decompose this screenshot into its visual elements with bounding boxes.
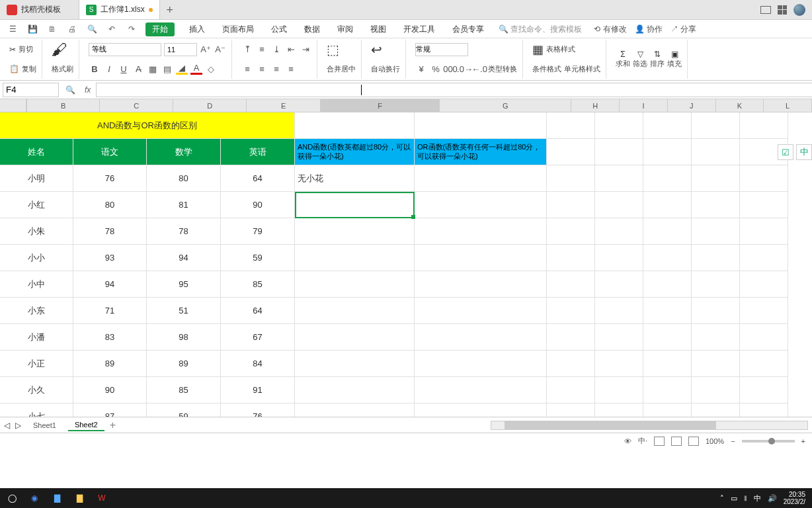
percent-icon[interactable]: %	[430, 63, 442, 75]
cell-and[interactable]	[295, 324, 415, 351]
cell-english[interactable]: 76	[221, 403, 295, 417]
cell[interactable]	[692, 351, 740, 377]
cell[interactable]	[740, 377, 788, 403]
cell[interactable]	[643, 271, 692, 298]
share-button[interactable]: ↗ 分享	[670, 24, 696, 35]
cell[interactable]	[547, 245, 595, 271]
cell-or[interactable]	[415, 245, 547, 271]
cell[interactable]	[295, 112, 415, 139]
cell-or[interactable]	[415, 218, 547, 245]
cell-name[interactable]: 小久	[0, 377, 73, 403]
cell-math[interactable]: 94	[147, 245, 221, 271]
cell-name[interactable]: 小朱	[0, 218, 73, 245]
formula-input[interactable]	[96, 83, 812, 97]
cellstyle-label[interactable]: 单元格样式	[564, 64, 600, 74]
painter-icon[interactable]: 🖌	[52, 40, 67, 59]
cell[interactable]	[643, 403, 692, 417]
view-break-icon[interactable]	[688, 437, 699, 446]
border-button[interactable]: ▦	[147, 63, 159, 75]
align-top-icon[interactable]: ⤒	[241, 44, 253, 56]
cell[interactable]	[595, 377, 643, 403]
cell[interactable]	[595, 165, 643, 192]
menu-view[interactable]: 视图	[368, 22, 389, 36]
view-normal-icon[interactable]	[654, 437, 665, 446]
cell-name[interactable]: 小正	[0, 351, 73, 377]
cell-name[interactable]: 小七	[0, 403, 73, 417]
hdr-or[interactable]: OR函数(语数英有任何一科超过80分，可以获得一朵小花)	[415, 139, 547, 165]
undo-icon[interactable]: ↶	[106, 23, 118, 35]
cell[interactable]	[692, 165, 740, 192]
cell-or[interactable]	[415, 271, 547, 298]
sum-icon[interactable]: Σ	[620, 50, 625, 59]
horizontal-scrollbar[interactable]	[491, 421, 808, 430]
cell[interactable]	[692, 139, 740, 165]
col-H[interactable]: H	[571, 99, 620, 112]
sort-icon[interactable]: ⇅	[654, 50, 661, 59]
menu-insert[interactable]: 插入	[186, 22, 208, 36]
search-fx-icon[interactable]: 🔍	[61, 85, 79, 95]
cell[interactable]	[547, 271, 595, 298]
menu-layout[interactable]: 页面布局	[220, 22, 257, 36]
cell[interactable]	[415, 112, 547, 139]
cell-and[interactable]	[295, 351, 415, 377]
chrome-icon[interactable]: ◉	[25, 490, 44, 506]
cell[interactable]	[692, 271, 740, 298]
cell[interactable]	[643, 298, 692, 324]
cell[interactable]	[547, 165, 595, 192]
cell[interactable]	[595, 139, 643, 165]
currency-icon[interactable]: ¥	[415, 63, 427, 75]
col-K[interactable]: K	[716, 99, 764, 112]
bold-button[interactable]: B	[89, 63, 101, 75]
zoom-in-button[interactable]: +	[801, 437, 805, 445]
save-as-icon[interactable]: 🗎	[46, 23, 58, 35]
strike-button[interactable]: A̶	[132, 63, 144, 75]
cell-math[interactable]: 98	[147, 324, 221, 351]
hdr-math[interactable]: 数学	[147, 139, 221, 165]
cell-and[interactable]	[295, 271, 415, 298]
cell[interactable]	[643, 324, 692, 351]
cell[interactable]	[740, 298, 788, 324]
account-globe-icon[interactable]	[793, 4, 805, 16]
merge-icon[interactable]: ⬚	[327, 42, 339, 58]
wps-icon[interactable]: W	[93, 490, 111, 506]
fx-icon[interactable]: fx	[79, 85, 96, 95]
cell-or[interactable]	[415, 298, 547, 324]
hdr-chinese[interactable]: 语文	[73, 139, 147, 165]
cell-english[interactable]: 90	[221, 192, 295, 218]
tray-wifi-icon[interactable]: ⫴	[744, 494, 747, 503]
cell-chinese[interactable]: 90	[73, 377, 147, 403]
col-G[interactable]: G	[440, 99, 571, 112]
cell[interactable]	[740, 112, 788, 139]
collab-button[interactable]: 👤 协作	[635, 24, 663, 35]
cell-math[interactable]: 78	[147, 218, 221, 245]
cell-english[interactable]: 64	[221, 298, 295, 324]
cell[interactable]	[643, 192, 692, 218]
cell-and[interactable]	[295, 298, 415, 324]
cell[interactable]	[643, 245, 692, 271]
scrollbar-thumb[interactable]	[505, 421, 716, 429]
cell[interactable]	[692, 218, 740, 245]
sheet-tab-2[interactable]: Sheet2	[68, 419, 104, 431]
tray-battery-icon[interactable]: ▭	[731, 494, 737, 503]
cell-chinese[interactable]: 71	[73, 298, 147, 324]
cell[interactable]	[547, 139, 595, 165]
cell[interactable]	[740, 245, 788, 271]
col-D[interactable]: D	[173, 99, 247, 112]
lang-cn-icon[interactable]: 中	[796, 144, 812, 160]
new-tab-button[interactable]: +	[160, 0, 180, 19]
cell-chinese[interactable]: 76	[73, 165, 147, 192]
cell[interactable]	[643, 377, 692, 403]
zoom-value[interactable]: 100%	[706, 437, 724, 445]
align-middle-icon[interactable]: ≡	[256, 44, 268, 56]
col-J[interactable]: J	[668, 99, 716, 112]
cell[interactable]	[740, 192, 788, 218]
command-search[interactable]: 🔍 查找命令、搜索模板	[499, 24, 582, 35]
cell[interactable]	[692, 403, 740, 417]
condfmt-label[interactable]: 条件格式	[532, 64, 561, 74]
cell-math[interactable]: 89	[147, 351, 221, 377]
notes-icon[interactable]: ▇	[48, 490, 66, 506]
cell-math[interactable]: 95	[147, 271, 221, 298]
cell-and[interactable]	[295, 377, 415, 403]
cell[interactable]	[740, 165, 788, 192]
thousands-icon[interactable]: 000	[444, 63, 456, 75]
